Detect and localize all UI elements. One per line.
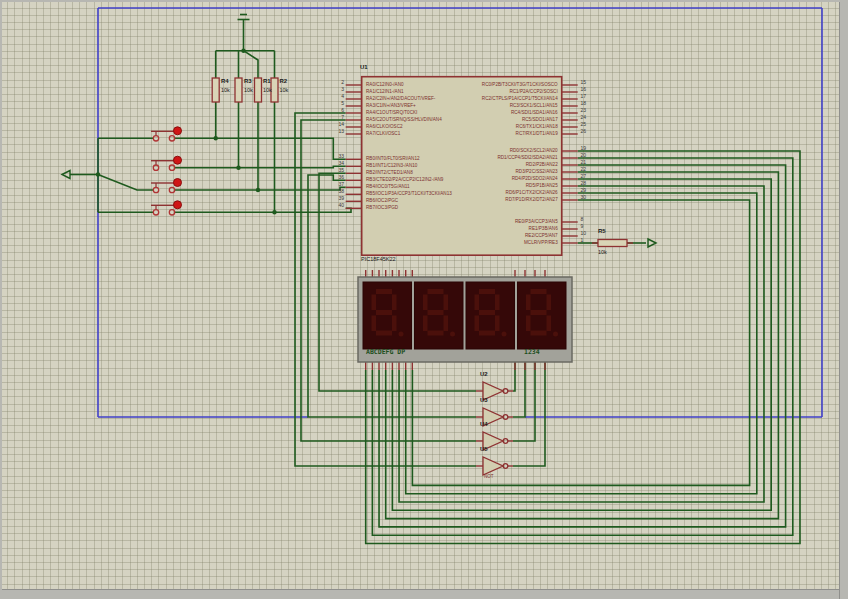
gate-ref-label: U2 [480, 371, 488, 377]
wire[interactable] [175, 187, 346, 190]
gate-ref-label: U4 [480, 421, 488, 427]
resistor-r3[interactable] [235, 78, 242, 102]
chip-pin-number: 21 [581, 160, 587, 165]
junction-dot [272, 210, 276, 214]
chip-pin-number: 35 [330, 168, 344, 173]
schematic-drawing [0, 0, 848, 599]
chip-pin-number: 22 [581, 167, 587, 172]
chip-pin-number: 23 [581, 108, 587, 113]
resistor-ref-label: R3 [244, 78, 252, 84]
chip-pin-number: 20 [581, 153, 587, 158]
chip-pin-label: RD0/SCK2/SCL2/AN20 [428, 149, 558, 154]
chip-pin-label: RC4/SDI1/SDA1/AN16 [428, 111, 558, 116]
button-terminal [169, 187, 174, 192]
display-segment-pins-label: ABCDEFG DP [366, 349, 405, 356]
display-digit-panel [466, 282, 515, 349]
chip-pin-number: 26 [581, 129, 587, 134]
chip-pin-label: RC6/TX1/CK1/AN18 [428, 125, 558, 130]
junction-dot [214, 136, 218, 140]
wire[interactable] [175, 208, 351, 212]
display-digit-panel [518, 282, 567, 349]
resistor-ref-label: R2 [280, 78, 288, 84]
wire[interactable] [513, 362, 545, 466]
chip-pin-label: RC0/P2B/T3CKI/T3G/T1CKI/SOSCO [428, 83, 558, 88]
resistor-ref-label: R5 [598, 228, 606, 234]
chip-pin-label: RA4/C1OUT/SRQ/T0CKI [366, 111, 417, 116]
wire[interactable] [175, 166, 346, 167]
resistor-ref-label: R4 [221, 78, 229, 84]
chip-pin-number: 39 [330, 196, 344, 201]
chip-pin-label: RB1/INT1/C12IN3-/AN10 [366, 164, 417, 169]
button-terminal [169, 210, 174, 215]
not-gates-layer [476, 382, 513, 475]
chip-pin-number: 8 [581, 217, 584, 222]
push-buttons-layer [151, 127, 182, 215]
chip-pin-number: 15 [581, 80, 587, 85]
resistor-value-label: 10k [221, 88, 230, 94]
decimal-point-icon [450, 332, 455, 337]
gate-type-label: NOT [484, 475, 494, 480]
chip-pin-number: 14 [330, 122, 344, 127]
resistor-value-label: 10k [598, 250, 607, 256]
chip-pin-number: 6 [330, 108, 344, 113]
button-terminal [153, 210, 158, 215]
wire[interactable] [244, 51, 259, 78]
chip-pin-label: RC5/SDO1/AN17 [428, 118, 558, 123]
chip-pin-label: RA7/CLKI/OSC1 [366, 132, 400, 137]
wire[interactable] [175, 138, 346, 159]
button-cap-icon [174, 201, 182, 209]
chip-pin-label: RA2/C2IN+/AN2/DACOUT/VREF- [366, 97, 435, 102]
chip-pin-label: RA6/CLKO/OSC2 [366, 125, 403, 130]
chip-pin-label: RB6/IOC2/PGC [366, 199, 398, 204]
chip-pin-number: 17 [581, 94, 587, 99]
chip-pin-label: RD1/CCP4/SDI2/SDA2/AN21 [428, 156, 558, 161]
chip-pin-label: RD2/P2B/AN22 [428, 163, 558, 168]
chip-pin-number: 37 [330, 182, 344, 187]
chip-pin-label: RC2/CTPLS/P1A/CCP1/T5CKI/AN14 [428, 97, 558, 102]
schematic-editor-window: U1 PIC18F45K22 R4 10k R3 10k R1 10k R2 1… [0, 0, 848, 599]
not-gate[interactable] [476, 457, 513, 475]
ground-symbol[interactable] [238, 15, 250, 20]
chip-pin-label: RE1/P3B/AN6 [428, 227, 558, 232]
button-terminal [169, 165, 174, 170]
resistor-r5[interactable] [598, 240, 627, 247]
chip-pin-number: 29 [581, 188, 587, 193]
chip-pin-label: RC7/RX1/DT1/AN19 [428, 132, 558, 137]
chip-pin-number: 36 [330, 175, 344, 180]
chip-pin-number: 30 [581, 195, 587, 200]
junction-dot [96, 172, 100, 176]
chip-pin-label: RD3/P2C/SS2/AN23 [428, 170, 558, 175]
input-terminal-arrow-icon[interactable] [62, 171, 70, 179]
output-terminal-arrow-icon[interactable] [648, 239, 656, 247]
chip-pin-label: RD4/P2D/SDO2/AN24 [428, 177, 558, 182]
chip-pin-label: RC1/P2A/CCP2/SOSCI [428, 90, 558, 95]
resistor-r2[interactable] [271, 78, 278, 102]
button-cap-icon [174, 179, 182, 187]
chip-pin-number: 28 [581, 181, 587, 186]
chip-pin-number: 25 [581, 122, 587, 127]
chip-pin-number: 40 [330, 203, 344, 208]
chip-pin-number: 10 [581, 231, 587, 236]
chip-pin-number: 1 [581, 238, 584, 243]
window-right-edge [839, 0, 848, 599]
chip-pin-number: 4 [330, 94, 344, 99]
chip-pin-number: 38 [330, 189, 344, 194]
chip-pin-number: 18 [581, 101, 587, 106]
resistor-r4[interactable] [212, 78, 219, 102]
wire[interactable] [98, 175, 153, 191]
decimal-point-icon [553, 332, 558, 337]
chip-pin-number: 13 [330, 129, 344, 134]
wire[interactable] [513, 362, 535, 441]
resistor-value-label: 10k [263, 88, 272, 94]
resistor-r1[interactable] [255, 78, 262, 102]
chip-pin-label: RE0/P3A/CCP3/AN5 [428, 220, 558, 225]
window-bottom-edge [0, 589, 848, 599]
chip-pin-label: RD6/P1C/TX2/CK2/AN26 [428, 191, 558, 196]
button-terminal [169, 136, 174, 141]
button-terminal [153, 136, 158, 141]
button-cap-icon [174, 127, 182, 135]
chip-pin-number: 7 [330, 115, 344, 120]
chip-pin-label: MCLR/VPP/RE3 [428, 241, 558, 246]
chip-pin-label: RB0/INT0/FLT0/SRI/AN12 [366, 157, 420, 162]
decimal-point-icon [399, 332, 404, 337]
